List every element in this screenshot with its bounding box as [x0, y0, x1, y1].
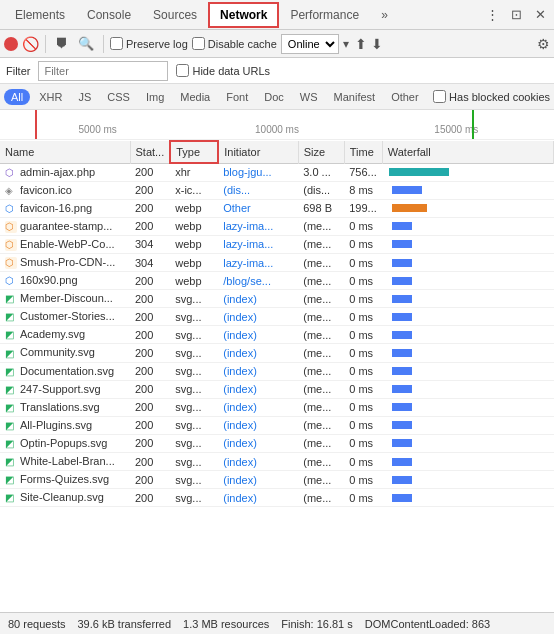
table-row[interactable]: ⬡guarantee-stamp... 200 webp lazy-ima...… [0, 217, 554, 235]
cell-initiator[interactable]: (index) [218, 489, 298, 507]
type-btn-font[interactable]: Font [219, 89, 255, 105]
throttle-chevron[interactable]: ▾ [343, 37, 349, 51]
table-row[interactable]: ◩White-Label-Bran... 200 svg... (index) … [0, 453, 554, 471]
col-header-time[interactable]: Time [344, 141, 382, 163]
preserve-log-checkbox[interactable] [110, 37, 123, 50]
cell-initiator[interactable]: lazy-ima... [218, 253, 298, 271]
col-header-size[interactable]: Size [298, 141, 344, 163]
initiator-link[interactable]: (index) [223, 383, 257, 395]
table-row[interactable]: ◩Forms-Quizes.svg 200 svg... (index) (me… [0, 471, 554, 489]
tab-network[interactable]: Network [208, 2, 279, 28]
cell-initiator[interactable]: Other [218, 199, 298, 217]
record-button[interactable] [4, 37, 18, 51]
cell-initiator[interactable]: (dis... [218, 181, 298, 199]
tab-console[interactable]: Console [76, 3, 142, 27]
cell-initiator[interactable]: (index) [218, 362, 298, 380]
initiator-link[interactable]: (index) [223, 293, 257, 305]
table-row[interactable]: ◩Optin-Popups.svg 200 svg... (index) (me… [0, 434, 554, 452]
initiator-link[interactable]: (index) [223, 474, 257, 486]
cell-initiator[interactable]: (index) [218, 290, 298, 308]
tab-more[interactable]: » [370, 3, 399, 27]
initiator-link[interactable]: (index) [223, 492, 257, 504]
cell-initiator[interactable]: /blog/se... [218, 272, 298, 290]
table-row[interactable]: ◈favicon.ico 200 x-ic... (dis... (dis...… [0, 181, 554, 199]
col-header-type[interactable]: Type [170, 141, 218, 163]
table-row[interactable]: ⬡Enable-WebP-Co... 304 webp lazy-ima... … [0, 235, 554, 253]
disable-cache-checkbox[interactable] [192, 37, 205, 50]
initiator-link[interactable]: (index) [223, 419, 257, 431]
filter-input[interactable] [38, 61, 168, 81]
initiator-link[interactable]: lazy-ima... [223, 220, 273, 232]
initiator-link[interactable]: (index) [223, 311, 257, 323]
table-row[interactable]: ◩Translations.svg 200 svg... (index) (me… [0, 398, 554, 416]
cell-initiator[interactable]: (index) [218, 434, 298, 452]
table-row[interactable]: ⬡Smush-Pro-CDN-... 304 webp lazy-ima... … [0, 253, 554, 271]
initiator-link[interactable]: (index) [223, 456, 257, 468]
cell-initiator[interactable]: (index) [218, 380, 298, 398]
tab-sources[interactable]: Sources [142, 3, 208, 27]
table-row[interactable]: ◩Site-Cleanup.svg 200 svg... (index) (me… [0, 489, 554, 507]
table-row[interactable]: ⬡favicon-16.png 200 webp Other 698 B 199… [0, 199, 554, 217]
download-icon[interactable]: ⬇ [371, 36, 383, 52]
table-row[interactable]: ◩Community.svg 200 svg... (index) (me...… [0, 344, 554, 362]
tab-performance[interactable]: Performance [279, 3, 370, 27]
initiator-link[interactable]: (index) [223, 347, 257, 359]
has-blocked-cookies-label[interactable]: Has blocked cookies [433, 90, 550, 103]
type-btn-img[interactable]: Img [139, 89, 171, 105]
clear-button[interactable]: 🚫 [22, 36, 39, 52]
undock-icon[interactable]: ⊡ [506, 5, 526, 25]
table-row[interactable]: ◩Member-Discoun... 200 svg... (index) (m… [0, 290, 554, 308]
table-row[interactable]: ◩Customer-Stories... 200 svg... (index) … [0, 308, 554, 326]
search-icon[interactable]: 🔍 [75, 35, 97, 52]
col-header-waterfall[interactable]: Waterfall [382, 141, 553, 163]
cell-initiator[interactable]: (index) [218, 453, 298, 471]
table-row[interactable]: ⬡160x90.png 200 webp /blog/se... (me... … [0, 272, 554, 290]
cell-initiator[interactable]: (index) [218, 326, 298, 344]
initiator-link[interactable]: lazy-ima... [223, 238, 273, 250]
initiator-link[interactable]: (dis... [223, 184, 250, 196]
cell-initiator[interactable]: (index) [218, 398, 298, 416]
table-row[interactable]: ◩Documentation.svg 200 svg... (index) (m… [0, 362, 554, 380]
cell-initiator[interactable]: (index) [218, 416, 298, 434]
initiator-link[interactable]: Other [223, 202, 251, 214]
cell-initiator[interactable]: lazy-ima... [218, 217, 298, 235]
col-header-name[interactable]: Name [0, 141, 130, 163]
table-row[interactable]: ◩Academy.svg 200 svg... (index) (me... 0… [0, 326, 554, 344]
preserve-log-label[interactable]: Preserve log [110, 37, 188, 50]
cell-initiator[interactable]: (index) [218, 344, 298, 362]
disable-cache-label[interactable]: Disable cache [192, 37, 277, 50]
initiator-link[interactable]: /blog/se... [223, 275, 271, 287]
cell-initiator[interactable]: (index) [218, 471, 298, 489]
settings-icon[interactable]: ⋮ [482, 5, 502, 25]
cell-initiator[interactable]: lazy-ima... [218, 235, 298, 253]
tab-elements[interactable]: Elements [4, 3, 76, 27]
type-btn-ws[interactable]: WS [293, 89, 325, 105]
type-btn-other[interactable]: Other [384, 89, 426, 105]
upload-icon[interactable]: ⬆ [355, 36, 367, 52]
filter-icon[interactable]: ⛊ [52, 35, 71, 52]
table-row[interactable]: ◩247-Support.svg 200 svg... (index) (me.… [0, 380, 554, 398]
hide-data-urls-checkbox[interactable] [176, 64, 189, 77]
col-header-initiator[interactable]: Initiator [218, 141, 298, 163]
type-btn-all[interactable]: All [4, 89, 30, 105]
initiator-link[interactable]: (index) [223, 401, 257, 413]
gear-icon[interactable]: ⚙ [537, 36, 550, 52]
cell-initiator[interactable]: (index) [218, 308, 298, 326]
type-btn-manifest[interactable]: Manifest [327, 89, 383, 105]
type-btn-doc[interactable]: Doc [257, 89, 291, 105]
has-blocked-cookies-checkbox[interactable] [433, 90, 446, 103]
col-header-status[interactable]: Stat... [130, 141, 170, 163]
initiator-link[interactable]: (index) [223, 365, 257, 377]
initiator-link[interactable]: lazy-ima... [223, 257, 273, 269]
initiator-link[interactable]: (index) [223, 437, 257, 449]
type-btn-js[interactable]: JS [71, 89, 98, 105]
hide-data-urls-label[interactable]: Hide data URLs [176, 64, 270, 77]
throttle-select[interactable]: Online [281, 34, 339, 54]
type-btn-css[interactable]: CSS [100, 89, 137, 105]
cell-initiator[interactable]: blog-jgu... [218, 163, 298, 181]
type-btn-xhr[interactable]: XHR [32, 89, 69, 105]
type-btn-media[interactable]: Media [173, 89, 217, 105]
table-row[interactable]: ◩All-Plugins.svg 200 svg... (index) (me.… [0, 416, 554, 434]
initiator-link[interactable]: (index) [223, 329, 257, 341]
table-row[interactable]: ⬡admin-ajax.php 200 xhr blog-jgu... 3.0 … [0, 163, 554, 181]
